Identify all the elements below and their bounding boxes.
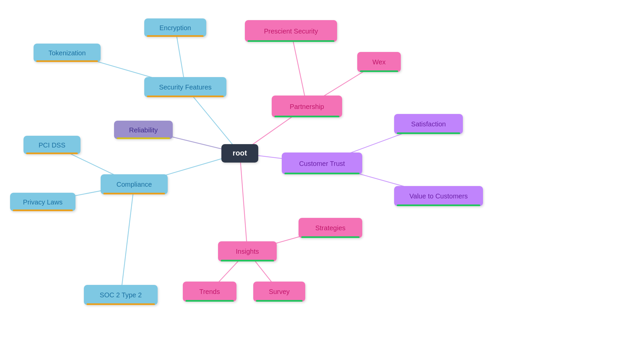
connection-root-insights [240,154,248,252]
node-label-insights: Insights [236,248,259,255]
node-reliability[interactable]: Reliability [114,121,173,139]
node-label-customer-trust: Customer Trust [299,160,345,167]
svg-rect-32 [301,236,360,238]
node-value-to-customers[interactable]: Value to Customers [394,186,483,206]
node-label-value-to-customers: Value to Customers [409,192,468,200]
node-label-tokenization: Tokenization [48,49,86,57]
node-partnership[interactable]: Partnership [272,96,342,117]
svg-rect-8 [117,137,170,139]
node-survey[interactable]: Survey [253,282,305,302]
node-label-compliance: Compliance [116,181,152,188]
node-insights[interactable]: Insights [218,241,277,261]
svg-rect-2 [147,96,224,97]
svg-rect-22 [360,70,398,72]
connection-partnership-prescient-security [291,31,307,107]
node-privacy-laws[interactable]: Privacy Laws [10,193,75,211]
svg-rect-20 [248,40,334,42]
svg-rect-36 [256,300,303,302]
node-label-survey: Survey [269,288,289,295]
node-tokenization[interactable]: Tokenization [34,44,101,62]
svg-rect-34 [185,300,234,302]
node-label-pci-dss: PCI DSS [39,141,65,149]
node-label-partnership: Partnership [290,103,324,110]
svg-rect-16 [87,303,155,305]
node-soc2[interactable]: SOC 2 Type 2 [84,285,158,305]
node-label-wex: Wex [372,58,386,66]
svg-rect-30 [221,260,274,261]
node-wex[interactable]: Wex [357,52,401,72]
node-label-trends: Trends [199,288,220,295]
svg-rect-24 [284,173,360,174]
node-compliance[interactable]: Compliance [101,174,168,194]
node-pci-dss[interactable]: PCI DSS [23,136,80,154]
node-label-satisfaction: Satisfaction [411,120,446,128]
svg-rect-14 [13,209,73,211]
svg-rect-28 [397,204,480,206]
root-node[interactable]: root [221,144,258,163]
node-trends[interactable]: Trends [183,282,236,302]
node-label-encryption: Encryption [159,24,191,32]
svg-rect-4 [147,35,204,37]
node-label-privacy-laws: Privacy Laws [23,198,63,206]
node-label-prescient-security: Prescient Security [264,27,318,35]
node-encryption[interactable]: Encryption [144,18,206,37]
node-label-reliability: Reliability [129,126,158,134]
node-label-strategies: Strategies [315,224,345,232]
svg-rect-18 [274,116,339,117]
node-label-soc2: SOC 2 Type 2 [100,291,142,299]
svg-rect-6 [36,60,98,62]
node-satisfaction[interactable]: Satisfaction [394,114,463,134]
svg-rect-12 [26,153,78,154]
node-prescient-security[interactable]: Prescient Security [245,20,337,42]
svg-rect-26 [397,132,460,134]
node-customer-trust[interactable]: Customer Trust [282,153,362,174]
node-strategies[interactable]: Strategies [299,218,362,238]
svg-rect-10 [103,193,165,194]
mind-map: rootSecurity FeaturesEncryptionTokenizat… [0,0,644,362]
connection-compliance-soc2 [121,184,134,295]
root-label: root [233,149,247,157]
node-security-features[interactable]: Security Features [144,77,226,97]
node-label-security-features: Security Features [159,83,212,91]
